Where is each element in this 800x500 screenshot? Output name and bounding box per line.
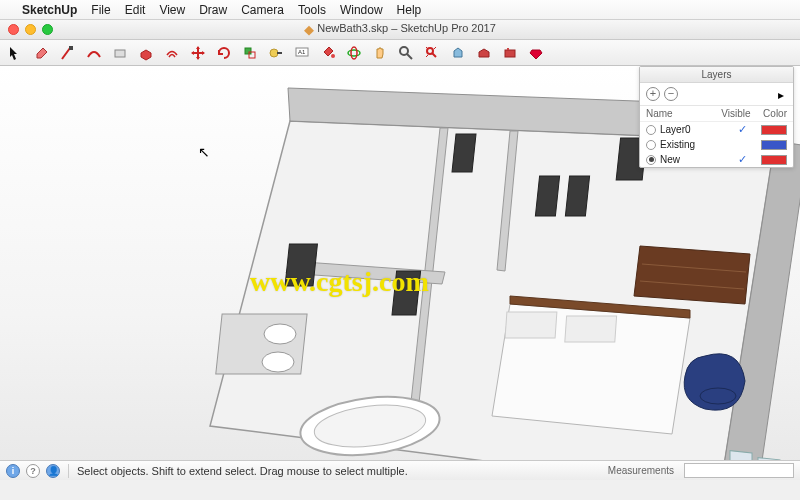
document-filename: NewBath3.skp [317, 22, 388, 34]
rotate-tool[interactable] [214, 43, 234, 63]
layers-panel-title: Layers [640, 67, 793, 83]
move-tool[interactable] [188, 43, 208, 63]
svg-rect-0 [69, 46, 73, 50]
geolocation-status-icon[interactable]: i [6, 464, 20, 478]
svg-point-10 [400, 47, 408, 55]
layers-header-name[interactable]: Name [646, 108, 717, 119]
svg-rect-20 [285, 244, 317, 286]
eraser-tool[interactable] [32, 43, 52, 63]
menu-tools[interactable]: Tools [298, 3, 326, 17]
ruby-tool[interactable] [526, 43, 546, 63]
layer-color-swatch[interactable] [761, 125, 787, 135]
svg-point-38 [700, 388, 736, 404]
paint-bucket-tool[interactable] [318, 43, 338, 63]
window-title: ◆ NewBath3.skp – SketchUp Pro 2017 [0, 22, 800, 37]
svg-point-4 [270, 49, 278, 57]
orbit-tool[interactable] [344, 43, 364, 63]
signin-status-icon[interactable]: 👤 [46, 464, 60, 478]
status-bar: i ? 👤 Select objects. Shift to extend se… [0, 460, 800, 480]
svg-rect-12 [505, 50, 515, 57]
minimize-window-button[interactable] [25, 24, 36, 35]
svg-rect-1 [115, 50, 125, 57]
svg-rect-23 [565, 176, 589, 216]
add-location-tool[interactable] [448, 43, 468, 63]
main-toolbar: A1 [0, 40, 800, 66]
zoom-tool[interactable] [396, 43, 416, 63]
svg-rect-13 [507, 48, 509, 50]
model-viewport[interactable]: ↖ www.cgtsj.com Layers + − ▸ Name Visibl… [0, 66, 800, 480]
arc-tool[interactable] [84, 43, 104, 63]
menu-help[interactable]: Help [397, 3, 422, 17]
layer-name[interactable]: Existing [660, 139, 723, 150]
layer-color-swatch[interactable] [761, 140, 787, 150]
svg-point-7 [331, 54, 335, 58]
layer-row[interactable]: Layer0 ✓ [640, 122, 793, 137]
measurements-input[interactable] [684, 463, 794, 478]
layer-visible-checkbox[interactable]: ✓ [723, 153, 761, 166]
svg-rect-33 [505, 312, 557, 338]
menu-window[interactable]: Window [340, 3, 383, 17]
layer-active-radio[interactable] [646, 125, 656, 135]
offset-tool[interactable] [162, 43, 182, 63]
zoom-window-button[interactable] [42, 24, 53, 35]
layer-color-swatch[interactable] [761, 155, 787, 165]
zoom-extents-tool[interactable] [422, 43, 442, 63]
window-controls [8, 24, 53, 35]
svg-point-8 [348, 50, 360, 56]
select-tool[interactable] [6, 43, 26, 63]
menu-edit[interactable]: Edit [125, 3, 146, 17]
layers-header-row: Name Visible Color [640, 106, 793, 122]
svg-text:A1: A1 [298, 49, 306, 55]
app-title: SketchUp Pro 2017 [400, 22, 495, 34]
app-menu[interactable]: SketchUp [22, 3, 77, 17]
extension-warehouse-tool[interactable] [500, 43, 520, 63]
layer-active-radio[interactable] [646, 140, 656, 150]
3d-warehouse-tool[interactable] [474, 43, 494, 63]
svg-point-29 [264, 324, 296, 344]
close-window-button[interactable] [8, 24, 19, 35]
menu-file[interactable]: File [91, 3, 110, 17]
text-tool[interactable]: A1 [292, 43, 312, 63]
status-divider [68, 464, 69, 478]
layer-name[interactable]: New [660, 154, 723, 165]
layer-visible-checkbox[interactable]: ✓ [723, 123, 761, 136]
svg-point-30 [262, 352, 294, 372]
status-hint: Select objects. Shift to extend select. … [77, 465, 408, 477]
layers-menu-button[interactable]: ▸ [775, 88, 787, 100]
svg-rect-25 [392, 271, 421, 315]
layers-header-visible[interactable]: Visible [717, 108, 755, 119]
menu-view[interactable]: View [159, 3, 185, 17]
line-tool[interactable] [58, 43, 78, 63]
svg-rect-22 [535, 176, 559, 216]
window-titlebar: ◆ NewBath3.skp – SketchUp Pro 2017 [0, 20, 800, 40]
credits-status-icon[interactable]: ? [26, 464, 40, 478]
svg-rect-2 [245, 48, 251, 54]
document-icon: ◆ [304, 22, 314, 37]
mac-menubar: SketchUp File Edit View Draw Camera Tool… [0, 0, 800, 20]
menu-draw[interactable]: Draw [199, 3, 227, 17]
svg-marker-35 [634, 246, 750, 304]
layer-row[interactable]: New ✓ [640, 152, 793, 167]
svg-rect-34 [565, 316, 617, 342]
layer-name[interactable]: Layer0 [660, 124, 723, 135]
layer-active-radio[interactable] [646, 155, 656, 165]
add-layer-button[interactable]: + [646, 87, 660, 101]
menu-camera[interactable]: Camera [241, 3, 284, 17]
svg-rect-21 [452, 134, 476, 172]
pan-tool[interactable] [370, 43, 390, 63]
layers-panel[interactable]: Layers + − ▸ Name Visible Color Layer0 ✓… [639, 66, 794, 168]
pushpull-tool[interactable] [136, 43, 156, 63]
scale-tool[interactable] [240, 43, 260, 63]
tape-measure-tool[interactable] [266, 43, 286, 63]
svg-point-9 [351, 47, 357, 59]
rectangle-tool[interactable] [110, 43, 130, 63]
remove-layer-button[interactable]: − [664, 87, 678, 101]
layer-row[interactable]: Existing [640, 137, 793, 152]
measurements-label: Measurements [608, 465, 678, 476]
layers-header-color[interactable]: Color [755, 108, 787, 119]
